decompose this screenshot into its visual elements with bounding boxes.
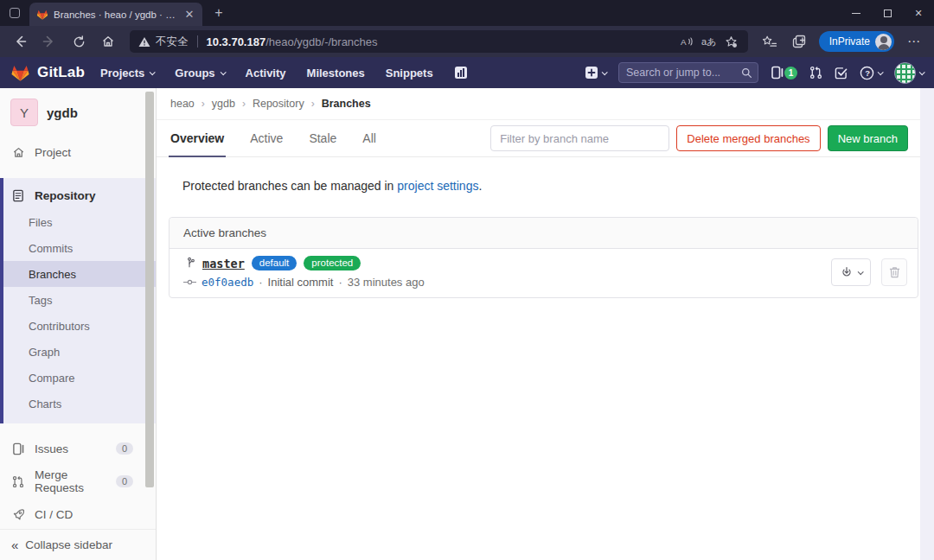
sidebar-item-merge-requests[interactable]: Merge Requests 0 (0, 465, 156, 498)
breadcrumb-separator: › (202, 98, 205, 110)
sidebar-scrollbar-thumb[interactable] (145, 92, 154, 487)
browser-tab-active[interactable]: Branches · heao / ygdb · GitLab ✕ (29, 3, 202, 26)
sidebar-item-issues[interactable]: Issues 0 (0, 432, 156, 465)
protected-badge: protected (304, 256, 361, 270)
home-button[interactable] (95, 29, 121, 54)
sidebar-item-compare[interactable]: Compare (3, 365, 156, 391)
user-menu-button[interactable] (894, 62, 924, 84)
issues-icon (11, 442, 25, 455)
browser-menu-button[interactable]: ⋯ (901, 29, 927, 54)
tab-overview[interactable]: Overview (169, 120, 226, 156)
favorites-button[interactable] (757, 29, 783, 54)
gitlab-main-menu: Projects Groups Activity Milestones Snip… (100, 66, 468, 80)
sidebar-item-label: CI / CD (35, 508, 73, 521)
menu-groups[interactable]: Groups (175, 67, 224, 80)
sidebar-item-tags[interactable]: Tags (3, 287, 156, 313)
project-settings-link[interactable]: project settings (397, 179, 478, 193)
gitlab-logo[interactable]: GitLab (10, 63, 85, 83)
refresh-button[interactable] (66, 29, 92, 54)
tab-all[interactable]: All (361, 120, 378, 156)
inprivate-badge[interactable]: InPrivate (819, 31, 894, 52)
refresh-icon (73, 35, 86, 48)
collections-button[interactable] (786, 29, 812, 54)
address-bar[interactable]: 不安全 10.3.70.187 /heao/ygdb/-/branches A … (130, 30, 748, 53)
collections-icon (792, 35, 806, 48)
breadcrumb: heao › ygdb › Repository › Branches (157, 88, 920, 120)
gitlab-navbar-right: 1 ? (585, 62, 924, 84)
tab-active[interactable]: Active (248, 120, 285, 156)
sidebar-item-files[interactable]: Files (3, 209, 156, 235)
menu-activity[interactable]: Activity (246, 67, 286, 80)
new-branch-button[interactable]: New branch (828, 125, 908, 151)
global-search[interactable] (618, 62, 758, 83)
analytics-button[interactable] (454, 66, 468, 80)
sidebar-item-label: Repository (35, 189, 96, 202)
home-icon (101, 35, 115, 48)
window-minimize-button[interactable] (841, 0, 872, 26)
menu-projects[interactable]: Projects (100, 67, 154, 80)
branch-filter-input[interactable] (490, 125, 669, 151)
window-close-button[interactable]: ✕ (903, 0, 934, 26)
favorite-star-icon (725, 35, 738, 48)
navbar-issues-button[interactable]: 1 (771, 66, 797, 80)
warning-icon (138, 36, 150, 48)
commit-sha-link[interactable]: e0f0aedb (202, 276, 253, 289)
security-warning[interactable]: 不安全 (138, 35, 189, 49)
menu-milestones[interactable]: Milestones (307, 67, 365, 80)
navbar-merge-requests-button[interactable] (809, 66, 822, 80)
read-aloud-button[interactable]: A (675, 31, 698, 52)
page-scrollbar-track[interactable] (920, 88, 934, 560)
sidebar-item-commits[interactable]: Commits (3, 235, 156, 261)
new-menu-button[interactable] (585, 66, 606, 80)
tab-close-icon[interactable]: ✕ (182, 7, 197, 22)
delete-merged-branches-button[interactable]: Delete merged branches (676, 125, 820, 151)
breadcrumb-group[interactable]: heao (170, 98, 195, 110)
more-icon: ⋯ (907, 34, 921, 49)
branch-filter-tabs: Overview Active Stale All (169, 120, 378, 156)
sidebar-item-repository[interactable]: Repository (3, 181, 156, 209)
download-branch-button[interactable] (831, 258, 871, 286)
todo-check-icon (835, 67, 848, 80)
tab-stale[interactable]: Stale (307, 120, 338, 156)
add-favorite-button[interactable] (720, 31, 743, 52)
protected-branches-notice: Protected branches can be managed in pro… (182, 179, 908, 193)
sidebar-item-project[interactable]: Project (0, 138, 156, 166)
branch-name-link[interactable]: master (202, 257, 245, 270)
translate-button[interactable]: aあ (698, 31, 720, 52)
sidebar-item-branches[interactable]: Branches (3, 261, 156, 287)
menu-snippets[interactable]: Snippets (386, 67, 433, 80)
new-tab-button[interactable]: + (211, 5, 227, 21)
gitlab-tanuki-icon (10, 63, 30, 83)
branches-toolbar: Overview Active Stale All Delete merged … (157, 120, 920, 157)
profile-avatar (875, 34, 892, 50)
svg-text:A: A (681, 37, 687, 47)
window-maximize-button[interactable] (872, 0, 903, 26)
project-context-header[interactable]: Y ygdb (0, 88, 156, 138)
browser-window: Branches · heao / ygdb · GitLab ✕ + ✕ 不安… (0, 0, 934, 560)
forward-icon (42, 35, 56, 48)
global-search-input[interactable] (626, 67, 741, 79)
back-button[interactable] (7, 29, 33, 54)
tab-actions-button[interactable] (0, 0, 29, 26)
back-icon (13, 35, 27, 48)
todos-button[interactable] (835, 67, 848, 80)
sidebar-item-charts[interactable]: Charts (3, 391, 156, 417)
help-menu-button[interactable]: ? (860, 66, 882, 80)
inprivate-label: InPrivate (829, 35, 870, 48)
breadcrumb-project[interactable]: ygdb (212, 98, 235, 110)
project-name: ygdb (47, 105, 78, 120)
sidebar-item-graph[interactable]: Graph (3, 339, 156, 365)
window-controls: ✕ (841, 0, 934, 26)
commit-message-link[interactable]: Initial commit (268, 276, 334, 289)
forward-button[interactable] (36, 29, 62, 54)
gitlab-navbar: GitLab Projects Groups Activity Mileston… (0, 57, 934, 88)
collapse-sidebar-button[interactable]: « Collapse sidebar (0, 529, 156, 560)
sidebar-item-cicd[interactable]: CI / CD (0, 498, 156, 531)
sidebar-item-contributors[interactable]: Contributors (3, 313, 156, 339)
double-chevron-left-icon: « (11, 538, 16, 552)
issues-count-badge: 0 (116, 442, 133, 455)
breadcrumb-repository[interactable]: Repository (253, 98, 304, 110)
chevron-down-icon (602, 69, 608, 75)
delete-branch-button[interactable] (881, 258, 907, 286)
branch-row: master default protected e0f0aedb · Init… (170, 249, 918, 297)
